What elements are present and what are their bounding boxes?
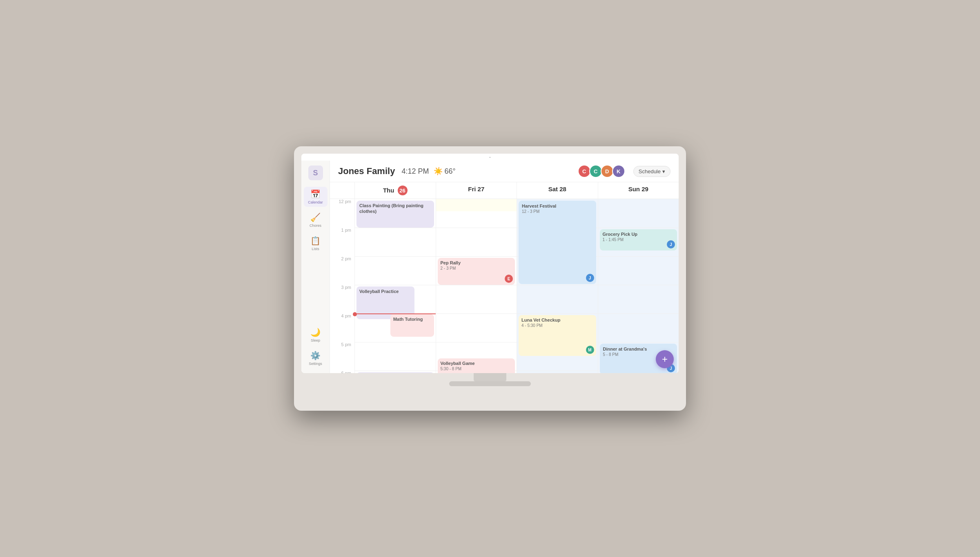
sidebar-item-calendar[interactable]: 📅 Calendar	[304, 187, 327, 207]
event-luna-vet[interactable]: Luna Vet Checkup 4 - 5:30 PM M	[519, 315, 596, 356]
day-col-fri: Pep Rally 2 - 3 PM E Volleyball Game 5:3…	[436, 199, 517, 373]
sidebar-item-settings[interactable]: ⚙️ Settings	[304, 348, 327, 368]
add-event-button[interactable]: +	[656, 350, 674, 368]
sidebar-label-settings: Settings	[309, 362, 322, 366]
avatar-group: C C D K	[579, 165, 625, 178]
day-header-sun: Sun 29	[598, 182, 679, 199]
time-1pm: 1 pm	[330, 228, 354, 256]
grid-body: 12 pm 1 pm 2 pm 3 pm 4 pm 5 pm 6 pm 7 pm	[330, 199, 679, 373]
sidebar-item-sleep[interactable]: 🌙 Sleep	[304, 325, 327, 345]
sidebar-label-sleep: Sleep	[311, 338, 320, 342]
plus-icon: +	[662, 353, 668, 365]
chevron-down-icon: ▾	[662, 168, 665, 174]
event-class-painting[interactable]: Class Painting (Bring painting clothes)	[356, 201, 434, 228]
harvest-avatar: J	[586, 274, 594, 282]
tv-dot: •	[301, 154, 679, 161]
weather-display: ☀️ 66°	[434, 167, 455, 176]
lists-icon: 📋	[310, 236, 321, 246]
sidebar: S 📅 Calendar 🧹 Chores 📋 Lists 🌙 Sleep	[301, 161, 330, 373]
chores-icon: 🧹	[310, 213, 321, 222]
event-grocery-pickup[interactable]: Grocery Pick Up 1 - 1:45 PM J	[600, 229, 677, 251]
sidebar-label-lists: Lists	[312, 247, 319, 251]
sidebar-label-calendar: Calendar	[308, 200, 323, 204]
event-math-tutoring[interactable]: Math Tutoring	[390, 314, 434, 337]
time-5pm: 5 pm	[330, 342, 354, 371]
calendar-area: Thu 26 Fri 27 Sat 28 Sun 29	[330, 182, 679, 373]
day-col-thu: Class Painting (Bring painting clothes) …	[354, 199, 436, 373]
day-col-sat: Harvest Festival 12 - 3 PM J Luna Vet Ch…	[517, 199, 598, 373]
time-12pm: 12 pm	[330, 199, 354, 228]
time-2pm: 2 pm	[330, 256, 354, 285]
tv-stand	[301, 373, 679, 386]
family-name: Jones Family	[338, 166, 395, 177]
avatar-c1[interactable]: C	[578, 165, 591, 178]
event-harvest-festival[interactable]: Harvest Festival 12 - 3 PM J	[519, 201, 596, 284]
avatar-d[interactable]: D	[601, 165, 614, 178]
schedule-label: Schedule	[639, 168, 661, 174]
grocery-avatar: J	[667, 240, 675, 248]
time-4pm: 4 pm	[330, 313, 354, 342]
sleep-icon: 🌙	[310, 327, 321, 337]
avatar-c2[interactable]: C	[589, 165, 602, 178]
event-volleyball-game[interactable]: Volleyball Game 5:30 - 8 PM E	[438, 358, 515, 373]
header: Jones Family 4:12 PM ☀️ 66° C C D K Sche	[330, 161, 679, 182]
time-3pm: 3 pm	[330, 285, 354, 313]
sidebar-label-chores: Chores	[310, 224, 321, 228]
sidebar-item-chores[interactable]: 🧹 Chores	[304, 210, 327, 230]
day-headers: Thu 26 Fri 27 Sat 28 Sun 29	[330, 182, 679, 199]
day-header-sat: Sat 28	[517, 182, 598, 199]
sidebar-logo: S	[308, 166, 323, 180]
schedule-button[interactable]: Schedule ▾	[633, 166, 670, 177]
weather-icon: ☀️	[434, 167, 443, 176]
current-time: 4:12 PM	[401, 167, 429, 176]
time-column: 12 pm 1 pm 2 pm 3 pm 4 pm 5 pm 6 pm 7 pm	[330, 199, 354, 373]
day-header-thu: Thu 26	[354, 182, 436, 199]
calendar-icon: 📅	[310, 189, 321, 199]
temperature: 66°	[444, 167, 455, 176]
luna-avatar: M	[586, 346, 594, 354]
main-content: Jones Family 4:12 PM ☀️ 66° C C D K Sche	[330, 161, 679, 373]
event-pep-rally[interactable]: Pep Rally 2 - 3 PM E	[438, 258, 515, 285]
day-header-fri: Fri 27	[436, 182, 517, 199]
pep-rally-avatar: E	[505, 275, 513, 283]
avatar-k[interactable]: K	[612, 165, 625, 178]
sidebar-item-lists[interactable]: 📋 Lists	[304, 233, 327, 253]
event-reading-time[interactable]: Reading Time	[356, 372, 434, 373]
time-6pm: 6 pm	[330, 371, 354, 373]
day-col-sun: Grocery Pick Up 1 - 1:45 PM J Dinner at …	[598, 199, 679, 373]
settings-icon: ⚙️	[310, 351, 321, 360]
